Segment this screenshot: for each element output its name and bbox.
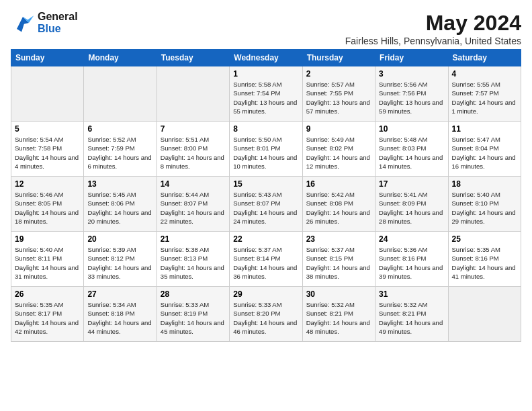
col-header-wednesday: Wednesday [230, 50, 302, 66]
day-number: 19 [15, 234, 80, 244]
day-info: Sunrise: 5:39 AM Sunset: 8:12 PM Dayligh… [87, 245, 152, 281]
day-number: 11 [452, 124, 517, 134]
day-info: Sunrise: 5:37 AM Sunset: 8:14 PM Dayligh… [233, 245, 298, 281]
day-number: 26 [15, 289, 80, 299]
location: Fairless Hills, Pennsylvania, United Sta… [345, 36, 521, 46]
calendar-cell: 7Sunrise: 5:51 AM Sunset: 8:00 PM Daylig… [157, 122, 229, 177]
calendar-cell: 14Sunrise: 5:44 AM Sunset: 8:07 PM Dayli… [157, 177, 229, 232]
day-info: Sunrise: 5:51 AM Sunset: 8:00 PM Dayligh… [161, 135, 226, 171]
day-info: Sunrise: 5:35 AM Sunset: 8:17 PM Dayligh… [15, 300, 80, 336]
day-info: Sunrise: 5:55 AM Sunset: 7:57 PM Dayligh… [452, 80, 517, 116]
day-number: 16 [306, 179, 371, 189]
day-info: Sunrise: 5:48 AM Sunset: 8:03 PM Dayligh… [379, 135, 444, 171]
col-header-friday: Friday [375, 50, 448, 66]
day-number: 3 [379, 69, 444, 79]
week-row: 5Sunrise: 5:54 AM Sunset: 7:58 PM Daylig… [11, 122, 521, 177]
day-info: Sunrise: 5:32 AM Sunset: 8:21 PM Dayligh… [379, 300, 444, 336]
day-number: 9 [306, 124, 371, 134]
week-row: 19Sunrise: 5:40 AM Sunset: 8:11 PM Dayli… [11, 232, 521, 287]
day-info: Sunrise: 5:37 AM Sunset: 8:15 PM Dayligh… [306, 245, 371, 281]
day-info: Sunrise: 5:41 AM Sunset: 8:09 PM Dayligh… [379, 190, 444, 226]
day-number: 12 [15, 179, 80, 189]
day-number: 27 [87, 289, 152, 299]
logo-icon [11, 11, 35, 35]
title-block: May 2024 Fairless Hills, Pennsylvania, U… [345, 11, 521, 46]
calendar-cell: 10Sunrise: 5:48 AM Sunset: 8:03 PM Dayli… [375, 122, 448, 177]
day-number: 31 [379, 289, 444, 299]
day-number: 8 [233, 124, 298, 134]
calendar-table: SundayMondayTuesdayWednesdayThursdayFrid… [11, 49, 521, 342]
calendar-cell: 17Sunrise: 5:41 AM Sunset: 8:09 PM Dayli… [375, 177, 448, 232]
day-info: Sunrise: 5:34 AM Sunset: 8:18 PM Dayligh… [87, 300, 152, 336]
calendar-cell: 6Sunrise: 5:52 AM Sunset: 7:59 PM Daylig… [84, 122, 157, 177]
day-number: 21 [161, 234, 226, 244]
day-number: 7 [161, 124, 226, 134]
day-number: 23 [306, 234, 371, 244]
day-info: Sunrise: 5:33 AM Sunset: 8:20 PM Dayligh… [233, 300, 298, 336]
calendar-cell: 12Sunrise: 5:46 AM Sunset: 8:05 PM Dayli… [11, 177, 84, 232]
day-info: Sunrise: 5:54 AM Sunset: 7:58 PM Dayligh… [15, 135, 80, 171]
col-header-monday: Monday [84, 50, 157, 66]
calendar-cell: 8Sunrise: 5:50 AM Sunset: 8:01 PM Daylig… [230, 122, 302, 177]
day-number: 30 [306, 289, 371, 299]
day-number: 4 [452, 69, 517, 79]
day-info: Sunrise: 5:38 AM Sunset: 8:13 PM Dayligh… [161, 245, 226, 281]
calendar-cell [448, 287, 521, 342]
calendar-cell: 16Sunrise: 5:42 AM Sunset: 8:08 PM Dayli… [302, 177, 375, 232]
day-number: 20 [87, 234, 152, 244]
logo: General Blue [11, 11, 78, 35]
day-number: 22 [233, 234, 298, 244]
calendar-cell [11, 66, 84, 122]
day-number: 14 [161, 179, 226, 189]
calendar-cell: 15Sunrise: 5:43 AM Sunset: 8:07 PM Dayli… [230, 177, 302, 232]
calendar-cell [157, 66, 229, 122]
month-title: May 2024 [345, 11, 521, 36]
day-info: Sunrise: 5:56 AM Sunset: 7:56 PM Dayligh… [379, 80, 444, 116]
calendar-cell: 18Sunrise: 5:40 AM Sunset: 8:10 PM Dayli… [448, 177, 521, 232]
day-number: 17 [379, 179, 444, 189]
calendar-cell: 27Sunrise: 5:34 AM Sunset: 8:18 PM Dayli… [84, 287, 157, 342]
day-number: 1 [233, 69, 298, 79]
day-number: 29 [233, 289, 298, 299]
calendar-cell: 22Sunrise: 5:37 AM Sunset: 8:14 PM Dayli… [230, 232, 302, 287]
day-info: Sunrise: 5:46 AM Sunset: 8:05 PM Dayligh… [15, 190, 80, 226]
day-info: Sunrise: 5:45 AM Sunset: 8:06 PM Dayligh… [87, 190, 152, 226]
week-row: 1Sunrise: 5:58 AM Sunset: 7:54 PM Daylig… [11, 66, 521, 122]
day-number: 10 [379, 124, 444, 134]
calendar-cell: 19Sunrise: 5:40 AM Sunset: 8:11 PM Dayli… [11, 232, 84, 287]
page-header: General Blue May 2024 Fairless Hills, Pe… [11, 11, 521, 46]
calendar-cell: 21Sunrise: 5:38 AM Sunset: 8:13 PM Dayli… [157, 232, 229, 287]
day-info: Sunrise: 5:50 AM Sunset: 8:01 PM Dayligh… [233, 135, 298, 171]
day-info: Sunrise: 5:42 AM Sunset: 8:08 PM Dayligh… [306, 190, 371, 226]
day-info: Sunrise: 5:40 AM Sunset: 8:11 PM Dayligh… [15, 245, 80, 281]
day-info: Sunrise: 5:36 AM Sunset: 8:16 PM Dayligh… [379, 245, 444, 281]
day-info: Sunrise: 5:44 AM Sunset: 8:07 PM Dayligh… [161, 190, 226, 226]
calendar-cell: 30Sunrise: 5:32 AM Sunset: 8:21 PM Dayli… [302, 287, 375, 342]
calendar-cell: 1Sunrise: 5:58 AM Sunset: 7:54 PM Daylig… [230, 66, 302, 122]
day-info: Sunrise: 5:35 AM Sunset: 8:16 PM Dayligh… [452, 245, 517, 281]
day-number: 6 [87, 124, 152, 134]
calendar-cell: 3Sunrise: 5:56 AM Sunset: 7:56 PM Daylig… [375, 66, 448, 122]
calendar-cell: 5Sunrise: 5:54 AM Sunset: 7:58 PM Daylig… [11, 122, 84, 177]
calendar-cell: 2Sunrise: 5:57 AM Sunset: 7:55 PM Daylig… [302, 66, 375, 122]
calendar-cell: 9Sunrise: 5:49 AM Sunset: 8:02 PM Daylig… [302, 122, 375, 177]
calendar-cell: 26Sunrise: 5:35 AM Sunset: 8:17 PM Dayli… [11, 287, 84, 342]
calendar-cell: 28Sunrise: 5:33 AM Sunset: 8:19 PM Dayli… [157, 287, 229, 342]
calendar-cell: 24Sunrise: 5:36 AM Sunset: 8:16 PM Dayli… [375, 232, 448, 287]
week-row: 26Sunrise: 5:35 AM Sunset: 8:17 PM Dayli… [11, 287, 521, 342]
svg-marker-0 [17, 17, 29, 32]
day-info: Sunrise: 5:40 AM Sunset: 8:10 PM Dayligh… [452, 190, 517, 226]
week-row: 12Sunrise: 5:46 AM Sunset: 8:05 PM Dayli… [11, 177, 521, 232]
calendar-cell: 29Sunrise: 5:33 AM Sunset: 8:20 PM Dayli… [230, 287, 302, 342]
col-header-sunday: Sunday [11, 50, 84, 66]
calendar-cell: 11Sunrise: 5:47 AM Sunset: 8:04 PM Dayli… [448, 122, 521, 177]
day-number: 13 [87, 179, 152, 189]
col-header-saturday: Saturday [448, 50, 521, 66]
calendar-cell: 31Sunrise: 5:32 AM Sunset: 8:21 PM Dayli… [375, 287, 448, 342]
day-number: 25 [452, 234, 517, 244]
calendar-cell: 13Sunrise: 5:45 AM Sunset: 8:06 PM Dayli… [84, 177, 157, 232]
day-info: Sunrise: 5:58 AM Sunset: 7:54 PM Dayligh… [233, 80, 298, 116]
day-number: 2 [306, 69, 371, 79]
day-info: Sunrise: 5:57 AM Sunset: 7:55 PM Dayligh… [306, 80, 371, 116]
col-header-thursday: Thursday [302, 50, 375, 66]
